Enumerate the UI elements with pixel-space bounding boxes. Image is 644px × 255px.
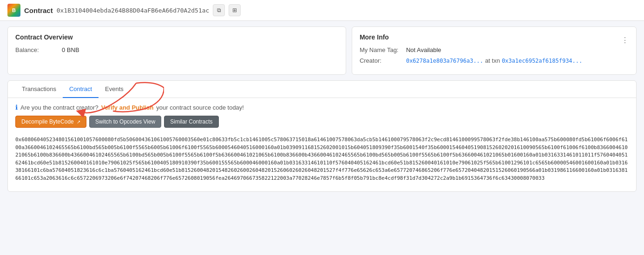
- decompile-bytecode-button[interactable]: Decompile ByteCode ↗: [15, 116, 86, 128]
- page-header: B Contract 0x1B3104004ebda264B88D04aFB6e…: [0, 0, 644, 21]
- copy-address-button[interactable]: ⧉: [213, 4, 225, 16]
- more-options-button[interactable]: ⋮: [621, 36, 629, 45]
- brand-logo: B: [7, 4, 20, 17]
- name-tag-value: Not Available: [406, 46, 441, 53]
- creator-row: Creator: 0x6278a1e803a76796a3... at txn …: [360, 57, 629, 64]
- creator-label: Creator:: [360, 57, 406, 64]
- tab-content-contract: ℹ Are you the contract creator? Verify a…: [8, 98, 636, 191]
- page-title: Contract: [24, 7, 53, 14]
- bytecode-display: 0x608060405234801561001057600080fd5b5060…: [15, 132, 629, 186]
- tab-transactions-label: Transactions: [22, 85, 56, 92]
- tabs-header: Transactions Contract Events: [8, 81, 636, 98]
- balance-row: Balance: 0 BNB: [15, 46, 338, 53]
- txn-address-link[interactable]: 0x3a1ec6952af6185f934...: [502, 58, 582, 64]
- similar-contracts-label: Similar Contracts: [170, 118, 212, 125]
- contract-overview-title: Contract Overview: [15, 33, 338, 41]
- tab-contract[interactable]: Contract: [63, 81, 99, 98]
- verify-publish-link[interactable]: Verify and Publish: [101, 104, 154, 111]
- tab-events[interactable]: Events: [99, 81, 130, 98]
- copy-icon: ⧉: [217, 7, 221, 13]
- grid-icon: ⊞: [232, 7, 237, 13]
- tab-events-label: Events: [105, 85, 124, 92]
- name-tag-label: My Name Tag:: [360, 46, 406, 53]
- action-button-row: Decompile ByteCode ↗ Switch to Opcodes V…: [15, 116, 629, 128]
- contract-overview-card: Contract Overview Balance: 0 BNB: [7, 26, 346, 75]
- switch-opcodes-button[interactable]: Switch to Opcodes View: [89, 116, 161, 128]
- bytecode-content: 0x608060405234801561001057600080fd5b5060…: [15, 137, 628, 181]
- verify-info-bar: ℹ Are you the contract creator? Verify a…: [15, 104, 629, 111]
- info-text: Are you the contract creator?: [20, 104, 99, 111]
- info-icon: ℹ: [15, 104, 18, 111]
- overview-row: Contract Overview Balance: 0 BNB More In…: [7, 26, 637, 75]
- external-link-icon: ↗: [77, 119, 80, 124]
- logo-text: B: [12, 7, 16, 13]
- more-info-card: More Info ⋮ My Name Tag: Not Available C…: [352, 26, 637, 75]
- switch-opcodes-label: Switch to Opcodes View: [95, 118, 155, 125]
- creator-address-link[interactable]: 0x6278a1e803a76796a3...: [406, 58, 483, 64]
- qr-code-button[interactable]: ⊞: [229, 4, 241, 16]
- similar-contracts-button[interactable]: Similar Contracts: [164, 116, 218, 128]
- info-suffix: your contract source code today!: [156, 104, 244, 111]
- at-txn-text: at txn: [485, 57, 500, 64]
- more-info-header: More Info ⋮: [360, 33, 629, 46]
- balance-value: 0 BNB: [62, 46, 79, 53]
- name-tag-row: My Name Tag: Not Available: [360, 46, 629, 53]
- main-content: Contract Overview Balance: 0 BNB More In…: [0, 21, 644, 197]
- tabs-section: Transactions Contract Events ℹ Are you t…: [7, 80, 637, 192]
- tab-transactions[interactable]: Transactions: [15, 81, 63, 98]
- contract-address: 0x1B3104004ebda264B88D04aFB6eA66d70A2d51…: [57, 7, 210, 14]
- more-info-title: More Info: [360, 33, 389, 41]
- tab-contract-label: Contract: [69, 85, 92, 92]
- balance-label: Balance:: [15, 46, 62, 53]
- decompile-label: Decompile ByteCode: [21, 118, 74, 125]
